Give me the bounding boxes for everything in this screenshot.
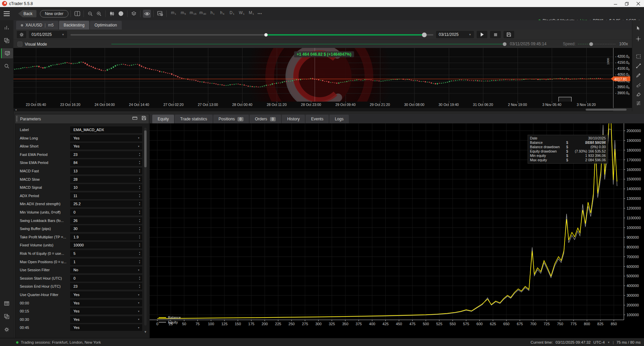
scrollbar-handle[interactable]: [586, 109, 627, 111]
eraser-tool-icon[interactable]: [634, 90, 643, 98]
range-end-handle[interactable]: [422, 33, 427, 37]
price-chart[interactable]: +1 464 046.82 $ (+1464047%)1000: [13, 48, 613, 102]
sidebar-search-icon[interactable]: [1, 61, 12, 71]
brush-tool-icon[interactable]: [634, 80, 643, 89]
crosshair-tool-icon[interactable]: [634, 35, 643, 43]
price-axis[interactable]: - 4200.00- 4150.00- 4100.00- 4050.00- 40…: [613, 48, 632, 108]
tab-optimisation[interactable]: Optimisation: [90, 21, 122, 30]
stepper-icon[interactable]: ▲▼: [139, 251, 141, 256]
sidebar-windows-icon[interactable]: [1, 36, 12, 46]
results-tab-positions[interactable]: Positions0: [213, 115, 249, 123]
parameter-input[interactable]: 13▲▼: [70, 168, 142, 174]
cursor-tool-icon[interactable]: [634, 24, 643, 32]
stepper-icon[interactable]: ▲▼: [139, 243, 141, 247]
results-tab-history[interactable]: History: [282, 115, 305, 123]
parameter-input[interactable]: 0▲▼: [70, 275, 142, 282]
timeframe-button-W1[interactable]: W1: [237, 9, 247, 18]
parameter-select[interactable]: Yes▼: [70, 324, 142, 331]
results-tab-logs[interactable]: Logs: [329, 115, 349, 123]
stepper-icon[interactable]: ▲▼: [139, 210, 141, 215]
sidebar-watchlist-icon[interactable]: [1, 23, 12, 33]
results-tab-trade-statistics[interactable]: Trade statistics: [175, 115, 212, 123]
timeframe-button-D1[interactable]: D1: [227, 9, 237, 18]
stepper-icon[interactable]: ▲▼: [139, 201, 141, 206]
timeframe-button-m15[interactable]: m15: [188, 9, 198, 18]
parameter-input[interactable]: 10▲▼: [70, 184, 142, 191]
play-button[interactable]: [477, 31, 487, 38]
parameter-select[interactable]: No▼: [70, 267, 142, 273]
sidebar-backtesting-icon[interactable]: [1, 48, 13, 58]
trendline-tool-icon[interactable]: [634, 62, 643, 70]
stepper-icon[interactable]: ▲▼: [139, 276, 141, 281]
stepper-icon[interactable]: ▲▼: [139, 235, 141, 239]
save-parameters-icon[interactable]: [142, 116, 146, 120]
results-tab-orders[interactable]: Orders0: [250, 115, 281, 123]
backtest-range-slider[interactable]: [70, 31, 433, 38]
parameter-select[interactable]: Yes▼: [70, 291, 142, 298]
visual-mode-checkbox[interactable]: [17, 42, 22, 47]
stepper-icon[interactable]: ▲▼: [139, 169, 141, 173]
start-date-select[interactable]: 01/01/2025 ▼: [29, 31, 67, 38]
results-tab-equity[interactable]: Equity: [152, 115, 174, 123]
parameter-input[interactable]: 23▲▼: [70, 151, 142, 158]
playback-position-handle[interactable]: [503, 42, 506, 46]
timezone-select[interactable]: UTC-4: [593, 340, 605, 344]
scroll-down-icon[interactable]: ▼: [144, 330, 147, 334]
parameter-input[interactable]: EMA_MACD_ADX: [70, 126, 142, 133]
popout-window-icon[interactable]: [132, 116, 138, 120]
parameter-select[interactable]: Yes▼: [70, 316, 142, 323]
parameter-input[interactable]: 84▲▼: [70, 159, 142, 166]
parameters-header[interactable]: Parameters: [15, 114, 149, 123]
sidebar-table-icon[interactable]: [1, 298, 12, 308]
tab-instrument[interactable]: XAUUSD | m5: [16, 21, 58, 30]
parameters-scrollbar[interactable]: [144, 128, 147, 326]
parameter-input[interactable]: 25.2▲▼: [70, 200, 142, 207]
eye-icon[interactable]: [143, 10, 151, 18]
parameter-input[interactable]: 11▲▼: [70, 192, 142, 199]
parameter-input[interactable]: 0▲▼: [70, 209, 142, 216]
results-tab-events[interactable]: Events: [306, 115, 329, 123]
parameter-input[interactable]: 5▲▼: [70, 250, 142, 257]
parameter-input[interactable]: 10000▲▼: [70, 242, 142, 248]
maximize-button[interactable]: [621, 0, 633, 7]
progress-dot[interactable]: [264, 33, 268, 37]
zoom-in-icon[interactable]: [95, 10, 103, 18]
sidebar-layout-icon[interactable]: [1, 311, 12, 322]
timeframe-button-m30[interactable]: m30: [198, 9, 208, 18]
stepper-icon[interactable]: ▲▼: [139, 152, 141, 157]
stop-button[interactable]: [490, 31, 501, 38]
parameter-select[interactable]: Yes▼: [70, 135, 142, 141]
stepper-icon[interactable]: ▲▼: [139, 260, 141, 264]
drag-handle-icon[interactable]: [16, 116, 17, 122]
parameter-input[interactable]: 30▲▼: [70, 225, 142, 232]
timeframe-button-M1[interactable]: M1: [247, 9, 256, 18]
parameter-select[interactable]: Yes▼: [70, 143, 142, 150]
layers-icon[interactable]: [130, 10, 138, 18]
stepper-icon[interactable]: ▲▼: [139, 177, 141, 182]
backtest-settings-gear-icon[interactable]: [17, 31, 26, 38]
stepper-icon[interactable]: ▲▼: [139, 218, 141, 223]
menu-icon[interactable]: [0, 7, 13, 20]
toolbar-more-icon[interactable]: •••: [258, 12, 262, 15]
tab-backtesting[interactable]: Backtesting: [59, 21, 89, 30]
chart-layout-icon[interactable]: [73, 10, 81, 18]
scroll-left-icon[interactable]: ◄: [14, 108, 17, 111]
stepper-icon[interactable]: ▲▼: [139, 160, 141, 165]
close-button[interactable]: [633, 0, 644, 7]
report-button[interactable]: [503, 31, 514, 38]
back-button[interactable]: Back: [18, 10, 37, 17]
new-order-button[interactable]: New order: [40, 10, 68, 17]
chart-settings-icon[interactable]: [156, 10, 164, 18]
speed-slider-handle[interactable]: [589, 42, 593, 46]
pencil-tool-icon[interactable]: [634, 71, 643, 79]
end-date-select[interactable]: 03/11/2025 ▼: [436, 31, 474, 38]
parameter-input[interactable]: 1.9▲▼: [70, 234, 142, 240]
parameter-input[interactable]: 28▲▼: [70, 176, 142, 183]
parameter-select[interactable]: Yes▼: [70, 300, 142, 306]
stepper-icon[interactable]: ▲▼: [139, 193, 141, 198]
indicator-fx-icon[interactable]: f: [117, 10, 125, 18]
minimize-button[interactable]: [610, 0, 621, 7]
stepper-icon[interactable]: ▲▼: [139, 284, 141, 289]
fibonacci-tool-icon[interactable]: [634, 99, 643, 107]
chart-scrollbar[interactable]: ◄: [13, 108, 613, 111]
